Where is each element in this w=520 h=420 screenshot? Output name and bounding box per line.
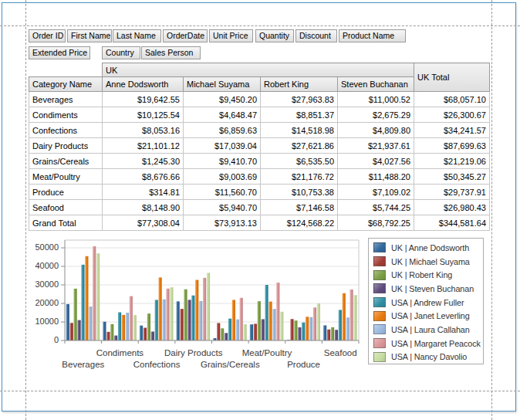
legend-item[interactable]: UK | Anne Dodsworth <box>369 241 483 255</box>
legend-item[interactable]: UK | Robert King <box>369 268 483 282</box>
svg-text:0: 0 <box>54 335 59 344</box>
legend-swatch <box>373 283 386 293</box>
chart-legend: UK | Anne DodsworthUK | Michael SuyamaUK… <box>368 238 484 364</box>
svg-text:30000: 30000 <box>35 279 59 289</box>
legend-label: USA | Nancy Davolio <box>391 352 467 361</box>
legend-swatch <box>373 352 386 362</box>
svg-text:Produce: Produce <box>287 360 320 369</box>
legend-swatch <box>373 270 386 280</box>
legend-swatch <box>373 324 386 334</box>
svg-text:Condiments: Condiments <box>96 348 144 357</box>
legend-label: UK | Robert King <box>391 270 452 279</box>
legend-label: USA | Laura Callahan <box>391 325 470 334</box>
svg-text:10000: 10000 <box>35 317 59 326</box>
svg-text:Dairy Products: Dairy Products <box>164 348 223 357</box>
svg-text:20000: 20000 <box>35 298 59 307</box>
svg-text:50000: 50000 <box>35 242 59 252</box>
svg-text:Confections: Confections <box>133 360 181 369</box>
svg-text:Seafood: Seafood <box>324 348 357 357</box>
legend-swatch <box>373 256 386 266</box>
legend-label: USA | Janet Leverling <box>391 311 470 320</box>
legend-label: USA | Andrew Fuller <box>391 298 464 307</box>
svg-text:Grains/Cereals: Grains/Cereals <box>201 360 260 369</box>
legend-swatch <box>373 311 386 321</box>
legend-label: UK | Michael Suyama <box>391 257 470 266</box>
svg-text:Beverages: Beverages <box>62 360 104 369</box>
svg-text:Meat/Poultry: Meat/Poultry <box>242 348 292 357</box>
legend-label: UK | Steven Buchanan <box>391 284 474 293</box>
legend-label: USA | Margaret Peacock <box>391 339 481 348</box>
legend-item[interactable]: UK | Steven Buchanan <box>369 282 483 296</box>
legend-item[interactable]: USA | Laura Callahan <box>369 323 483 337</box>
legend-swatch <box>373 242 386 252</box>
legend-item[interactable]: USA | Nancy Davolio <box>369 351 483 364</box>
svg-text:40000: 40000 <box>35 261 59 270</box>
legend-swatch <box>373 297 386 307</box>
legend-item[interactable]: USA | Margaret Peacock <box>369 337 483 351</box>
legend-item[interactable]: USA | Andrew Fuller <box>369 296 483 310</box>
legend-swatch <box>373 338 386 348</box>
legend-item[interactable]: UK | Michael Suyama <box>369 255 483 269</box>
legend-item[interactable]: USA | Janet Leverling <box>369 309 483 323</box>
legend-label: UK | Anne Dodsworth <box>391 243 469 252</box>
